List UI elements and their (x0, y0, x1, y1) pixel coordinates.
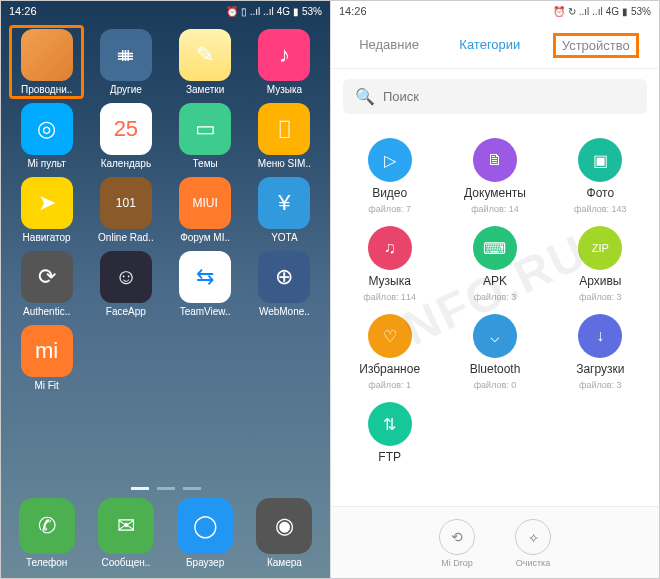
app-online-rad-[interactable]: 101Online Rad.. (90, 177, 161, 243)
app-заметки[interactable]: ✎Заметки (170, 29, 241, 95)
network-label: 4G (277, 6, 290, 17)
dock-браузер[interactable]: ◯Браузер (170, 498, 241, 568)
app-label: Темы (193, 158, 218, 169)
category-загрузки[interactable]: ↓Загрузкифайлов: 3 (550, 314, 651, 390)
search-input[interactable] (383, 89, 635, 104)
app-календарь[interactable]: 25Календарь (90, 103, 161, 169)
action-очистка[interactable]: ⟡Очистка (515, 519, 551, 568)
category-icon: ↓ (578, 314, 622, 358)
search-icon: 🔍 (355, 87, 375, 106)
category-name: Фото (587, 186, 615, 200)
app-icon: ◯ (177, 498, 233, 554)
alarm-icon: ⏰ (226, 6, 238, 17)
category-icon: ▷ (368, 138, 412, 182)
category-name: Музыка (368, 274, 410, 288)
statusbar-right: 14:26 ⏰ ↻ ..ıl ..ıl 4G ▮ 53% (331, 1, 659, 21)
app-форум-mi-[interactable]: MIUIФорум MI.. (170, 177, 241, 243)
statusbar-left: 14:26 ⏰ ▯ ..ıl ..ıl 4G ▮ 53% (1, 1, 330, 21)
app-другие[interactable]: ⩩Другие (90, 29, 161, 95)
app-icon: ⊕ (258, 251, 310, 303)
category-видео[interactable]: ▷Видеофайлов: 7 (339, 138, 440, 214)
app-проводни-[interactable]: Проводни.. (11, 29, 82, 95)
app-темы[interactable]: ▭Темы (170, 103, 241, 169)
app-icon: ⩩ (100, 29, 152, 81)
category-icon: ZIP (578, 226, 622, 270)
category-count: файлов: 3 (579, 292, 622, 302)
battery-label: 53% (631, 6, 651, 17)
app-icon: MIUI (179, 177, 231, 229)
status-icons: ⏰ ↻ ..ıl ..ıl 4G ▮ 53% (553, 6, 651, 17)
app-icon: mi (21, 325, 73, 377)
category-документы[interactable]: 🗎Документыфайлов: 14 (444, 138, 545, 214)
app-label: Телефон (26, 557, 67, 568)
action-label: Очистка (516, 558, 550, 568)
category-музыка[interactable]: ♫Музыкафайлов: 114 (339, 226, 440, 302)
app-icon: ⇆ (179, 251, 231, 303)
network-label: 4G (606, 6, 619, 17)
action-mi-drop[interactable]: ⟲Mi Drop (439, 519, 475, 568)
dock: ✆Телефон✉Сообщен..◯Браузер◉Камера (1, 490, 330, 578)
category-count: файлов: 0 (474, 380, 517, 390)
file-explorer: 14:26 ⏰ ↻ ..ıl ..ıl 4G ▮ 53% НедавниеКат… (330, 1, 659, 578)
app-yota[interactable]: ¥YOTA (249, 177, 320, 243)
app-музыка[interactable]: ♪Музыка (249, 29, 320, 95)
app-label: Навигатор (23, 232, 71, 243)
dock-телефон[interactable]: ✆Телефон (11, 498, 82, 568)
app-label: Календарь (101, 158, 151, 169)
tab-недавние[interactable]: Недавние (351, 33, 427, 58)
app-icon: 101 (100, 177, 152, 229)
category-icon: ♡ (368, 314, 412, 358)
app-icon: ✆ (19, 498, 75, 554)
dock-камера[interactable]: ◉Камера (249, 498, 320, 568)
app-mi-fit[interactable]: miMi Fit (11, 325, 82, 391)
category-name: Видео (372, 186, 407, 200)
app-webmone-[interactable]: ⊕WebMone.. (249, 251, 320, 317)
app-icon: ⟳ (21, 251, 73, 303)
app-icon: ▭ (179, 103, 231, 155)
battery-icon: ▮ (622, 6, 628, 17)
category-name: Bluetooth (470, 362, 521, 376)
signal-icon: ▯ ..ıl ..ıl (241, 6, 274, 17)
app-icon: ♪ (258, 29, 310, 81)
signal-icon: ..ıl ..ıl (579, 6, 603, 17)
app-label: Authentic.. (23, 306, 70, 317)
category-архивы[interactable]: ZIPАрхивыфайлов: 3 (550, 226, 651, 302)
clock: 14:26 (9, 5, 37, 17)
category-избранное[interactable]: ♡Избранноефайлов: 1 (339, 314, 440, 390)
app-меню-sim-[interactable]: ⌷Меню SIM.. (249, 103, 320, 169)
alarm-icon: ⏰ (553, 6, 565, 17)
category-apk[interactable]: ⌨APKфайлов: 3 (444, 226, 545, 302)
app-навигатор[interactable]: ➤Навигатор (11, 177, 82, 243)
tab-категории[interactable]: Категории (451, 33, 528, 58)
tab-bar: НедавниеКатегорииУстройство (331, 21, 659, 69)
app-label: Mi Fit (34, 380, 58, 391)
category-icon: ⌵ (473, 314, 517, 358)
app-teamview-[interactable]: ⇆TeamView.. (170, 251, 241, 317)
category-ftp[interactable]: ⇅FTP (339, 402, 440, 468)
tab-устройство[interactable]: Устройство (553, 33, 639, 58)
category-count: файлов: 114 (363, 292, 416, 302)
search-bar[interactable]: 🔍 (343, 79, 647, 114)
category-count: файлов: 3 (579, 380, 622, 390)
app-label: Меню SIM.. (258, 158, 311, 169)
app-authentic-[interactable]: ⟳Authentic.. (11, 251, 82, 317)
app-label: Mi пульт (27, 158, 65, 169)
category-фото[interactable]: ▣Фотофайлов: 143 (550, 138, 651, 214)
app-icon: ☺ (100, 251, 152, 303)
category-name: Избранное (359, 362, 420, 376)
app-label: FaceApp (106, 306, 146, 317)
category-bluetooth[interactable]: ⌵Bluetoothфайлов: 0 (444, 314, 545, 390)
app-label: YOTA (271, 232, 297, 243)
app-mi-пульт[interactable]: ◎Mi пульт (11, 103, 82, 169)
app-icon: ◎ (21, 103, 73, 155)
dock-сообщен-[interactable]: ✉Сообщен.. (90, 498, 161, 568)
app-icon: ¥ (258, 177, 310, 229)
app-label: WebMone.. (259, 306, 310, 317)
app-label: Форум MI.. (180, 232, 230, 243)
app-faceapp[interactable]: ☺FaceApp (90, 251, 161, 317)
action-icon: ⟡ (515, 519, 551, 555)
app-icon: ◉ (256, 498, 312, 554)
category-name: APK (483, 274, 507, 288)
homescreen: 14:26 ⏰ ▯ ..ıl ..ıl 4G ▮ 53% Проводни..⩩… (1, 1, 330, 578)
sync-icon: ↻ (568, 6, 576, 17)
